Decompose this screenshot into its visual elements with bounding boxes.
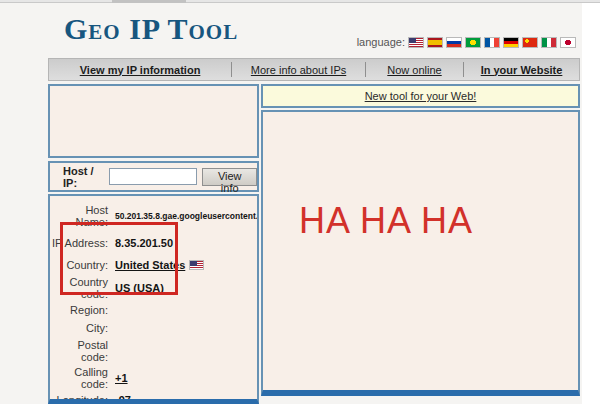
info-row-country: Country: United States: [50, 257, 257, 273]
host-ip-input[interactable]: [109, 168, 197, 185]
info-row-ip-address: IP Address: 8.35.201.50: [50, 230, 257, 255]
info-row-host-name: Host Name: 50.201.35.8.gae.googleusercon…: [50, 203, 257, 228]
empty-ad-box: [48, 84, 259, 158]
flag-jp-icon[interactable]: [560, 37, 576, 48]
info-row-calling-code: Calling code: +1: [50, 365, 257, 390]
flag-cn-icon[interactable]: [522, 37, 538, 48]
ip-info-panel: Host Name: 50.201.35.8.gae.googleusercon…: [48, 194, 259, 404]
host-ip-label: Host / IP:: [63, 165, 104, 189]
us-flag-icon: [189, 260, 204, 270]
page-title: Geo IP Tool: [64, 12, 238, 46]
nav-now-online[interactable]: Now online: [366, 64, 463, 76]
info-row-postal-code: Postal code:: [50, 338, 257, 363]
nav-view-my-ip[interactable]: View my IP information: [49, 64, 231, 76]
language-selector: language:: [357, 36, 576, 48]
main-nav: View my IP information More info about I…: [48, 58, 580, 81]
new-tool-link[interactable]: New tool for your Web!: [365, 90, 477, 102]
info-row-city: City:: [50, 320, 257, 336]
flag-fr-icon[interactable]: [484, 37, 500, 48]
new-tool-banner: New tool for your Web!: [261, 84, 580, 108]
host-ip-form: Host / IP: View info: [48, 161, 259, 192]
map-panel: HA HA HA: [261, 110, 580, 396]
language-label: language:: [357, 36, 405, 48]
overlay-text: HA HA HA: [299, 200, 473, 242]
info-row-region: Region:: [50, 302, 257, 318]
flag-us-icon[interactable]: [408, 37, 424, 48]
flag-br-icon[interactable]: [465, 37, 481, 48]
browser-edge-strip: [0, 0, 600, 3]
info-row-country-code: Country code: US (USA): [50, 275, 257, 300]
view-info-button[interactable]: View info: [202, 168, 257, 186]
flag-ru-icon[interactable]: [446, 37, 462, 48]
flag-it-icon[interactable]: [541, 37, 557, 48]
info-row-longitude: Longitude: -97: [50, 392, 257, 404]
calling-code-link[interactable]: +1: [115, 372, 128, 384]
nav-more-info[interactable]: More info about IPs: [232, 64, 365, 76]
nav-in-your-website[interactable]: In your Website: [464, 64, 579, 76]
flag-es-icon[interactable]: [427, 37, 443, 48]
geo-ip-tool-page: Geo IP Tool language: View my IP informa…: [0, 0, 582, 404]
flag-de-icon[interactable]: [503, 37, 519, 48]
browser-edge-segment: [112, 0, 186, 3]
country-link[interactable]: United States: [115, 259, 185, 271]
